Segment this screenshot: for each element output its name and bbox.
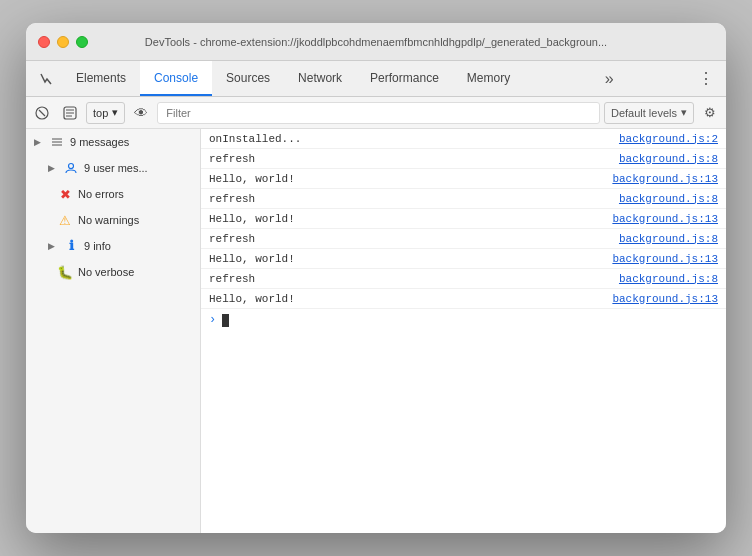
log-entry: Hello, world! background.js:13	[201, 289, 726, 309]
more-tabs-button[interactable]: »	[595, 61, 623, 96]
log-link[interactable]: background.js:8	[619, 233, 718, 245]
log-text: refresh	[205, 273, 619, 285]
settings-button[interactable]: ⚙	[698, 101, 722, 125]
tab-console[interactable]: Console	[140, 61, 212, 96]
log-entry: refresh background.js:8	[201, 269, 726, 289]
svg-line-1	[39, 110, 45, 116]
log-entry: Hello, world! background.js:13	[201, 169, 726, 189]
verbose-label: No verbose	[78, 266, 134, 278]
log-entry: Hello, world! background.js:13	[201, 209, 726, 229]
cursor	[222, 314, 229, 327]
info-icon: ℹ	[64, 239, 78, 253]
log-entry: refresh background.js:8	[201, 229, 726, 249]
main-content: ▶ 9 messages ▶	[26, 129, 726, 533]
sidebar: ▶ 9 messages ▶	[26, 129, 201, 533]
log-entry: Hello, world! background.js:13	[201, 249, 726, 269]
error-icon: ✖	[58, 187, 72, 201]
log-text: onInstalled...	[205, 133, 619, 145]
verbose-icon: 🐛	[58, 265, 72, 279]
log-levels-dropdown[interactable]: Default levels ▾	[604, 102, 694, 124]
tab-memory[interactable]: Memory	[453, 61, 524, 96]
tab-performance[interactable]: Performance	[356, 61, 453, 96]
log-text: refresh	[205, 233, 619, 245]
console-output: onInstalled... background.js:2 refresh b…	[201, 129, 726, 533]
svg-point-9	[69, 164, 74, 169]
list-icon	[50, 135, 64, 149]
user-messages-label: 9 user mes...	[84, 162, 148, 174]
log-text: Hello, world!	[205, 253, 612, 265]
tab-elements[interactable]: Elements	[62, 61, 140, 96]
inspect-icon[interactable]	[30, 61, 62, 96]
log-entry: onInstalled... background.js:2	[201, 129, 726, 149]
log-link[interactable]: background.js:8	[619, 273, 718, 285]
sidebar-item-user-messages[interactable]: ▶ 9 user mes...	[26, 155, 200, 181]
log-entry: refresh background.js:8	[201, 149, 726, 169]
tabbar: Elements Console Sources Network Perform…	[26, 61, 726, 97]
user-icon	[64, 161, 78, 175]
titlebar: DevTools - chrome-extension://jkoddlpbco…	[26, 23, 726, 61]
log-link[interactable]: background.js:13	[612, 293, 718, 305]
context-selector[interactable]: top ▾	[86, 102, 125, 124]
log-text: refresh	[205, 153, 619, 165]
info-label: 9 info	[84, 240, 111, 252]
messages-label: 9 messages	[70, 136, 129, 148]
warning-icon: ⚠	[58, 213, 72, 227]
close-button[interactable]	[38, 36, 50, 48]
console-toolbar: top ▾ 👁 Default levels ▾ ⚙	[26, 97, 726, 129]
log-link[interactable]: background.js:13	[612, 253, 718, 265]
sidebar-item-warnings[interactable]: ⚠ No warnings	[26, 207, 200, 233]
maximize-button[interactable]	[76, 36, 88, 48]
filter-input[interactable]	[157, 102, 600, 124]
chevron-down-icon: ▾	[681, 106, 687, 119]
log-text: Hello, world!	[205, 213, 612, 225]
tab-network[interactable]: Network	[284, 61, 356, 96]
log-link[interactable]: background.js:8	[619, 193, 718, 205]
log-entry: refresh background.js:8	[201, 189, 726, 209]
tab-sources[interactable]: Sources	[212, 61, 284, 96]
clear-console-button[interactable]	[30, 101, 54, 125]
log-text: Hello, world!	[205, 173, 612, 185]
log-text: refresh	[205, 193, 619, 205]
log-link[interactable]: background.js:8	[619, 153, 718, 165]
devtools-window: DevTools - chrome-extension://jkoddlpbco…	[26, 23, 726, 533]
eye-button[interactable]: 👁	[129, 101, 153, 125]
chevron-down-icon: ▾	[112, 106, 118, 119]
minimize-button[interactable]	[57, 36, 69, 48]
window-title: DevTools - chrome-extension://jkoddlpbco…	[98, 36, 654, 48]
expand-arrow-icon: ▶	[48, 163, 58, 173]
log-text: Hello, world!	[205, 293, 612, 305]
log-link[interactable]: background.js:13	[612, 213, 718, 225]
sidebar-item-verbose[interactable]: 🐛 No verbose	[26, 259, 200, 285]
log-link[interactable]: background.js:2	[619, 133, 718, 145]
expand-arrow-icon: ▶	[34, 137, 44, 147]
warnings-label: No warnings	[78, 214, 139, 226]
prompt-arrow-icon: ›	[209, 313, 216, 327]
expand-arrow-icon: ▶	[48, 241, 58, 251]
errors-label: No errors	[78, 188, 124, 200]
filter-toggle-button[interactable]	[58, 101, 82, 125]
console-prompt[interactable]: ›	[201, 309, 726, 331]
traffic-lights	[38, 36, 88, 48]
devtools-menu-button[interactable]: ⋮	[694, 67, 718, 91]
log-link[interactable]: background.js:13	[612, 173, 718, 185]
sidebar-item-messages[interactable]: ▶ 9 messages	[26, 129, 200, 155]
sidebar-item-info[interactable]: ▶ ℹ 9 info	[26, 233, 200, 259]
sidebar-item-errors[interactable]: ✖ No errors	[26, 181, 200, 207]
